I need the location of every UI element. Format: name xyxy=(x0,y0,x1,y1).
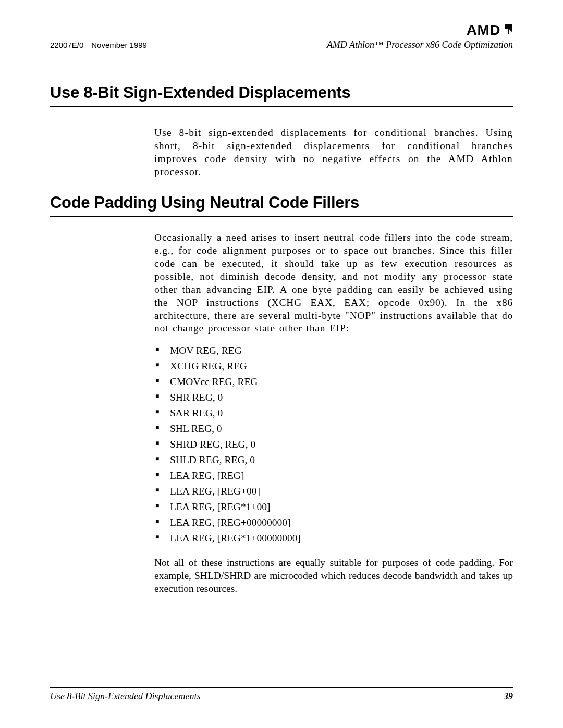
section-2: Code Padding Using Neutral Code Fillers … xyxy=(50,193,513,596)
section-body: Use 8-bit sign-extended displacements fo… xyxy=(154,127,513,179)
paragraph: Occasionally a need arises to insert neu… xyxy=(154,231,513,336)
brand-arrow-icon xyxy=(501,23,513,38)
list-item: SHL REG, 0 xyxy=(154,423,513,436)
list-item: LEA REG, [REG] xyxy=(154,470,513,483)
list-item: LEA REG, [REG+00000000] xyxy=(154,516,513,529)
page-number: 39 xyxy=(504,691,513,702)
section-heading: Use 8-Bit Sign-Extended Displacements xyxy=(50,83,513,102)
header-rule xyxy=(50,54,513,54)
paragraph: Not all of these instructions are equall… xyxy=(154,557,513,596)
list-item: MOV REG, REG xyxy=(154,344,513,357)
list-item: LEA REG, [REG*1+00] xyxy=(154,501,513,514)
list-item: SAR REG, 0 xyxy=(154,407,513,420)
brand-logo: AMD xyxy=(467,22,513,39)
list-item: SHRD REG, REG, 0 xyxy=(154,438,513,451)
paragraph: Use 8-bit sign-extended displacements fo… xyxy=(154,127,513,179)
header-row: 22007E/0—November 1999 AMD Athlon™ Proce… xyxy=(50,40,513,51)
section-1: Use 8-Bit Sign-Extended Displacements Us… xyxy=(50,83,513,179)
list-item: LEA REG, [REG+00] xyxy=(154,485,513,498)
section-rule xyxy=(50,106,513,107)
footer: Use 8-Bit Sign-Extended Displacements 39 xyxy=(50,687,513,702)
list-item: CMOVcc REG, REG xyxy=(154,376,513,389)
list-item: SHLD REG, REG, 0 xyxy=(154,454,513,467)
instruction-list: MOV REG, REG XCHG REG, REG CMOVcc REG, R… xyxy=(154,344,513,545)
brand-text: AMD xyxy=(467,22,500,39)
footer-row: Use 8-Bit Sign-Extended Displacements 39 xyxy=(50,691,513,702)
footer-rule xyxy=(50,687,513,688)
section-heading: Code Padding Using Neutral Code Fillers xyxy=(50,193,513,212)
list-item: XCHG REG, REG xyxy=(154,360,513,373)
footer-section-ref: Use 8-Bit Sign-Extended Displacements xyxy=(50,691,200,702)
list-item: SHR REG, 0 xyxy=(154,391,513,404)
doc-title: AMD Athlon™ Processor x86 Code Optimizat… xyxy=(327,40,513,51)
section-rule xyxy=(50,216,513,217)
list-item: LEA REG, [REG*1+00000000] xyxy=(154,532,513,545)
doc-id: 22007E/0—November 1999 xyxy=(50,41,147,50)
page: AMD 22007E/0—November 1999 AMD Athlon™ P… xyxy=(0,0,563,728)
section-body: Occasionally a need arises to insert neu… xyxy=(154,231,513,596)
